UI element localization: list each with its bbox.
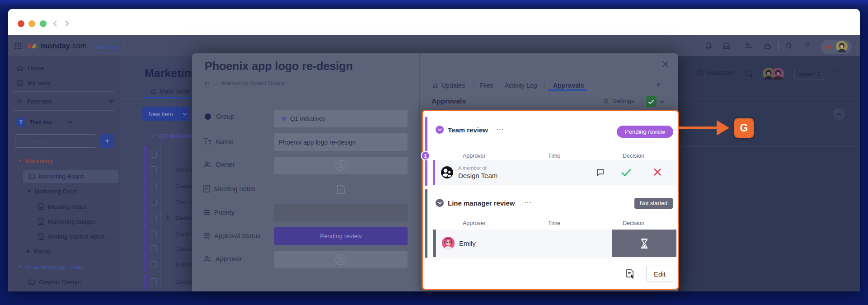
help-icon[interactable]: ? xyxy=(805,42,809,49)
tab-approvals[interactable]: Approvals xyxy=(553,82,584,89)
stage1-more-icon[interactable]: ··· xyxy=(496,125,504,132)
edit-button[interactable]: Edit xyxy=(646,266,673,282)
table-row[interactable]: Create xyxy=(175,245,194,252)
workspace-more-icon[interactable]: ··· xyxy=(106,118,114,126)
row-checkbox[interactable] xyxy=(150,278,157,285)
row-checkbox[interactable] xyxy=(150,183,157,189)
traffic-light-zoom[interactable] xyxy=(40,20,47,27)
invite-members-icon[interactable] xyxy=(744,42,752,50)
table-row[interactable]: Websi xyxy=(175,166,192,173)
tab-updates[interactable]: Updates xyxy=(433,81,465,90)
select-all-checkbox[interactable] xyxy=(150,151,157,158)
table-row[interactable]: Subm xyxy=(175,261,191,268)
reject-x-icon[interactable] xyxy=(653,168,662,176)
user-avatar[interactable] xyxy=(836,41,848,52)
person-placeholder-icon xyxy=(335,254,347,265)
sidebar-section-marketing[interactable]: ▼ Marketing xyxy=(18,155,52,167)
annotation-arrow-line xyxy=(679,127,718,129)
tab-files[interactable]: Files xyxy=(480,82,493,89)
apps-marketplace-icon[interactable] xyxy=(764,42,771,50)
field-value-approver[interactable] xyxy=(274,251,408,268)
tab-divider xyxy=(544,82,545,89)
search-input[interactable] xyxy=(28,138,87,145)
sidebar-search[interactable] xyxy=(15,134,96,148)
stage2-status-pill: Not started xyxy=(634,198,673,209)
stage2-collapse-icon[interactable] xyxy=(436,199,444,207)
field-value-approval-status[interactable]: Pending review xyxy=(274,227,408,245)
search-icon[interactable] xyxy=(785,42,793,50)
table-row[interactable]: Trez In xyxy=(175,199,194,206)
view-log-cursor-icon[interactable] xyxy=(626,269,636,280)
column-header-decision: Decision xyxy=(623,220,644,226)
sidebar-section-graphic-design-team[interactable]: ▼ Graphic Design Team xyxy=(18,261,84,272)
sidebar-item-label: My work xyxy=(28,80,50,86)
row-checkbox[interactable] xyxy=(150,199,157,206)
scroll-to-top-button[interactable] xyxy=(833,108,845,120)
tab-activity-log[interactable]: Activity Log xyxy=(505,82,537,89)
traffic-light-minimize[interactable] xyxy=(28,20,35,27)
approval-dropdown-icon[interactable] xyxy=(659,100,665,103)
see-plans-button[interactable]: ◇ See plans xyxy=(85,42,124,52)
doc-icon xyxy=(203,185,210,192)
table-row[interactable]: Send t xyxy=(175,230,193,237)
new-item-button[interactable]: New item xyxy=(142,107,190,121)
row-checkbox[interactable] xyxy=(150,215,157,221)
group-color-bar xyxy=(144,145,147,272)
triangle-right-icon: ▶ xyxy=(27,249,30,253)
field-value-name[interactable]: Phoenix app logo re-design xyxy=(274,133,408,151)
comment-icon[interactable] xyxy=(596,169,604,176)
close-icon[interactable] xyxy=(662,61,669,68)
sidebar-item-favorites[interactable]: ☆ Favorites xyxy=(16,95,114,108)
stage2-more-icon[interactable]: ··· xyxy=(524,198,532,206)
home-icon xyxy=(16,65,23,71)
table-column-line xyxy=(160,145,161,290)
sidebar-item-my-work[interactable]: My work xyxy=(16,76,50,89)
field-value-owner[interactable] xyxy=(274,157,408,174)
sidebar-item-graphic-design[interactable]: Graphic Design xyxy=(28,276,81,288)
add-tab-button[interactable]: + xyxy=(656,80,661,89)
apps-grid-icon[interactable] xyxy=(15,42,22,49)
modal-column-divider xyxy=(419,53,420,291)
row-checkbox[interactable] xyxy=(150,245,157,252)
table-row[interactable]: Gettin xyxy=(175,215,193,221)
field-value-group[interactable]: Q1 Initiatives xyxy=(274,110,408,127)
breadcrumb-board-link[interactable]: Marketing Board Board xyxy=(222,80,285,86)
table-row[interactable]: Create xyxy=(175,278,194,285)
stage1-status-pill: Pending review xyxy=(617,126,673,138)
field-value-priority[interactable] xyxy=(274,204,408,221)
sidebar-item-home[interactable]: Home xyxy=(16,61,44,74)
sidebar-item-marketing-docs[interactable]: ▼ Marketing Docs xyxy=(27,185,77,197)
approval-checkbox-button[interactable] xyxy=(646,96,657,107)
sidebar-item-getting-started[interactable]: Getting started video … xyxy=(38,230,112,242)
notifications-bell-icon[interactable] xyxy=(705,42,713,50)
sidebar-item-marketing-budget[interactable]: Marketing budget xyxy=(38,216,95,227)
approve-check-icon[interactable] xyxy=(621,169,632,176)
sidebar-item-forms[interactable]: ▶ Forms xyxy=(27,245,51,257)
stage1-collapse-icon[interactable] xyxy=(436,126,444,134)
inbox-icon[interactable] xyxy=(723,42,730,50)
row-checkbox[interactable] xyxy=(150,230,157,237)
workspace-switcher[interactable]: T Trez Inc. ··· xyxy=(16,116,114,128)
nav-back-icon[interactable] xyxy=(52,19,60,28)
new-item-dropdown[interactable] xyxy=(179,113,190,116)
screenshot-stage: monday.com ◇ See plans ? Home My work ☆ … xyxy=(0,0,868,305)
nav-forward-icon[interactable] xyxy=(62,19,70,28)
row-checkbox[interactable] xyxy=(150,166,157,173)
approvals-settings-button[interactable]: Settings xyxy=(603,98,634,104)
stage2-decision-cell[interactable] xyxy=(612,230,676,257)
tab-main-table[interactable]: Main Table xyxy=(151,87,190,96)
window-titlebar xyxy=(8,9,860,35)
field-value-meeting-notes[interactable] xyxy=(274,181,408,198)
sidebar-item-marketing-board[interactable]: Marketing Board xyxy=(23,170,118,183)
monday-logo-text[interactable]: monday.com xyxy=(41,42,87,51)
triangle-down-icon: ▼ xyxy=(18,159,22,163)
row-checkbox[interactable] xyxy=(150,261,157,268)
traffic-light-close[interactable] xyxy=(18,20,24,27)
table-row[interactable]: Create xyxy=(175,183,194,189)
expand-row-icon[interactable] xyxy=(165,215,169,221)
sidebar-item-label: Marketing Docs xyxy=(34,188,77,195)
add-board-button[interactable]: + xyxy=(100,134,114,148)
modal-title[interactable]: Phoenix app logo re-design xyxy=(205,60,353,73)
doc-placeholder-icon xyxy=(337,185,345,194)
sidebar-item-meeting-notes[interactable]: Meeting notes xyxy=(38,201,86,212)
